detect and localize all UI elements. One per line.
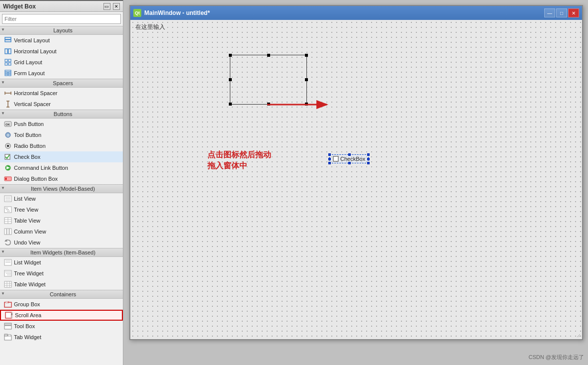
qt-close-btn[interactable]: ✕	[568, 8, 579, 17]
handle-tm[interactable]	[267, 54, 270, 57]
svg-rect-72	[333, 156, 338, 161]
handle-br[interactable]	[305, 103, 308, 106]
svg-rect-28	[4, 177, 11, 181]
item-command-link-button[interactable]: Command Link Button	[0, 162, 123, 173]
handle-ml[interactable]	[229, 78, 232, 81]
cb-handle-bm[interactable]	[348, 162, 351, 164]
item-list-view[interactable]: List View	[0, 193, 123, 204]
horizontal-spacer-label: Horizontal Spacer	[14, 90, 57, 96]
svg-rect-0	[5, 37, 11, 39]
list-widget-icon	[4, 258, 12, 266]
group-box-label: Group Box	[14, 301, 40, 307]
checkbox-widget[interactable]: CheckBox	[329, 154, 369, 163]
scroll-area-label: Scroll Area	[15, 312, 41, 318]
selection-rect[interactable]	[230, 55, 307, 105]
annotation-text: 点击图标然后拖动 拖入窗体中	[207, 149, 271, 172]
section-spacers[interactable]: Spacers	[0, 79, 123, 88]
handle-bl[interactable]	[229, 103, 232, 106]
check-box-label: Check Box	[14, 154, 40, 160]
item-check-box[interactable]: Check Box	[0, 151, 123, 162]
drag-arrow	[130, 20, 582, 339]
svg-point-24	[7, 144, 9, 147]
handle-mr[interactable]	[305, 78, 308, 81]
cb-handle-ml[interactable]	[328, 158, 331, 160]
item-vertical-layout[interactable]: Vertical Layout	[0, 35, 123, 46]
item-column-view[interactable]: Column View	[0, 226, 123, 237]
cb-handle-br[interactable]	[367, 162, 370, 164]
item-scroll-area[interactable]: Scroll Area	[0, 310, 123, 321]
item-table-widget[interactable]: Table Widget	[0, 279, 123, 290]
svg-rect-45	[9, 229, 11, 235]
undo-view-icon	[4, 239, 12, 246]
tree-view-icon	[4, 206, 12, 214]
svg-text:GB: GB	[5, 301, 9, 304]
qt-minimize-btn[interactable]: —	[544, 8, 555, 17]
cb-handle-mr[interactable]	[367, 158, 370, 160]
widget-box-close-btn[interactable]: ✕	[113, 3, 120, 10]
tab-widget-icon	[4, 333, 12, 341]
main-area: Qt MainWindow - untitled* — □ ✕ 在这里输入	[124, 0, 588, 365]
svg-rect-4	[5, 59, 7, 62]
svg-rect-69	[8, 335, 11, 336]
handle-bm[interactable]	[267, 103, 270, 106]
list-view-icon	[4, 195, 12, 203]
svg-rect-64	[11, 313, 12, 315]
section-item-widgets[interactable]: Item Widgets (Item-Based)	[0, 248, 123, 257]
column-view-icon	[4, 228, 12, 236]
table-widget-label: Table Widget	[14, 281, 46, 287]
item-table-view[interactable]: Table View	[0, 215, 123, 226]
filter-input[interactable]	[2, 14, 121, 24]
svg-rect-12	[8, 74, 11, 76]
item-form-layout[interactable]: Form Layout	[0, 68, 123, 79]
vertical-layout-icon	[4, 36, 12, 44]
svg-rect-8	[5, 70, 11, 72]
section-buttons[interactable]: Buttons	[0, 110, 123, 119]
cb-handle-tm[interactable]	[348, 153, 351, 156]
form-layout-label: Form Layout	[14, 70, 45, 76]
svg-rect-66	[4, 326, 11, 329]
item-list-widget[interactable]: List Widget	[0, 257, 123, 268]
handle-tl[interactable]	[229, 54, 232, 57]
svg-rect-3	[8, 49, 11, 54]
column-view-label: Column View	[14, 229, 46, 235]
resize-indicator	[575, 332, 581, 338]
section-layouts[interactable]: Layouts	[0, 26, 123, 35]
item-tab-widget[interactable]: Tab Widget	[0, 332, 123, 343]
widget-box-minimize-btn[interactable]: ▭	[103, 3, 110, 10]
item-undo-view[interactable]: Undo View	[0, 237, 123, 248]
cb-handle-tl[interactable]	[328, 153, 331, 156]
section-item-views[interactable]: Item Views (Model-Based)	[0, 184, 123, 193]
item-tree-widget[interactable]: Tree Widget	[0, 268, 123, 279]
qt-title-text: MainWindow - untitled*	[144, 9, 543, 16]
cb-handle-tr[interactable]	[367, 153, 370, 156]
qt-maximize-btn[interactable]: □	[556, 8, 567, 17]
item-radio-button[interactable]: Radio Button	[0, 140, 123, 151]
tree-view-label: Tree View	[14, 207, 38, 213]
checkbox-check-icon	[333, 156, 339, 162]
item-vertical-spacer[interactable]: Vertical Spacer	[0, 99, 123, 110]
item-grid-layout[interactable]: Grid Layout	[0, 57, 123, 68]
cb-handle-bl[interactable]	[328, 162, 331, 164]
command-link-button-icon	[4, 164, 12, 172]
svg-line-74	[579, 336, 580, 337]
radio-button-icon	[4, 142, 12, 150]
section-containers[interactable]: Containers	[0, 290, 123, 299]
svg-rect-54	[4, 281, 11, 287]
item-tool-button[interactable]: ⚙ Tool Button	[0, 129, 123, 140]
tool-box-icon	[4, 322, 12, 330]
item-dialog-button-box[interactable]: Dialog Button Box	[0, 173, 123, 184]
handle-tr[interactable]	[305, 54, 308, 57]
svg-text:OK: OK	[5, 123, 10, 126]
vertical-spacer-icon	[4, 100, 12, 108]
item-tool-box[interactable]: Tool Box	[0, 321, 123, 332]
widget-box: Widget Box ▭ ✕ Layouts Vertical Layout H…	[0, 0, 123, 365]
widget-list: Layouts Vertical Layout Horizontal Layou…	[0, 26, 123, 365]
qt-canvas[interactable]: 在这里输入	[130, 20, 582, 339]
item-horizontal-layout[interactable]: Horizontal Layout	[0, 46, 123, 57]
undo-view-label: Undo View	[14, 240, 40, 245]
tool-button-icon: ⚙	[4, 131, 12, 139]
item-horizontal-spacer[interactable]: Horizontal Spacer	[0, 88, 123, 99]
item-push-button[interactable]: OK Push Button	[0, 119, 123, 129]
item-tree-view[interactable]: Tree View	[0, 204, 123, 215]
item-group-box[interactable]: GB Group Box	[0, 299, 123, 310]
